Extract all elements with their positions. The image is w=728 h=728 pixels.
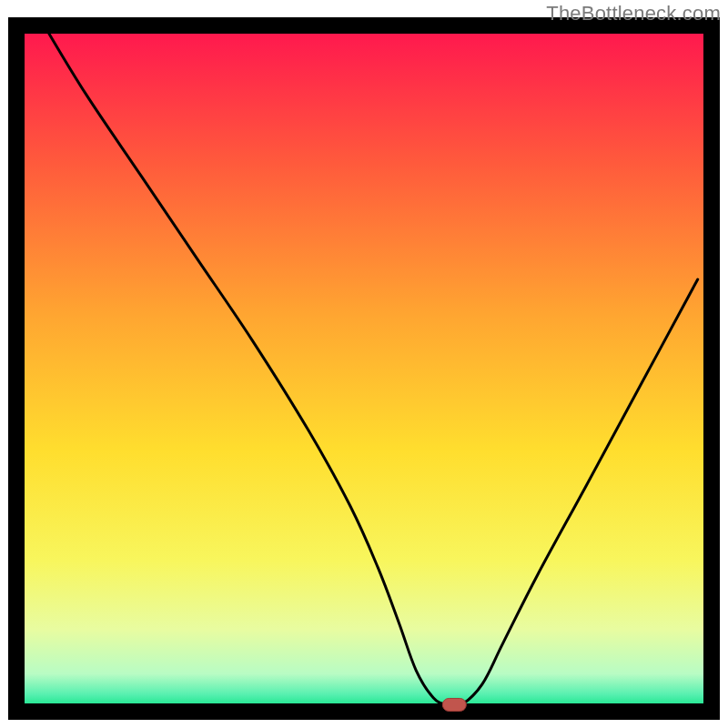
chart-container: TheBottleneck.com xyxy=(0,0,728,728)
watermark-label: TheBottleneck.com xyxy=(546,2,721,25)
bottleneck-chart xyxy=(0,0,728,728)
gradient-background xyxy=(16,25,712,712)
optimal-point-marker xyxy=(442,698,466,711)
